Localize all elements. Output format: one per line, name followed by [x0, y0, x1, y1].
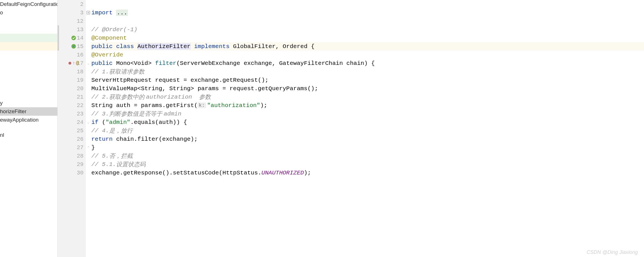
- project-tree[interactable]: DefaultFeignConfiguratio o y horizeFilte…: [0, 0, 58, 257]
- code-line[interactable]: public Mono<Void> filter(ServerWebExchan…: [91, 59, 644, 67]
- comment: 否，拦截: [109, 152, 133, 160]
- keyword: class: [116, 43, 137, 50]
- comment: admin: [164, 111, 181, 117]
- annotation: @Override: [91, 52, 123, 58]
- method-name: filter: [155, 60, 177, 67]
- code-text: GlobalFilter, Ordered {: [233, 43, 315, 50]
- line-number: 21: [73, 94, 83, 100]
- tree-label: horizeFilter: [0, 108, 26, 115]
- spring-component-icon[interactable]: [71, 44, 76, 49]
- line-number: 23: [73, 111, 83, 117]
- code-line[interactable]: // 5.否，拦截: [91, 152, 644, 160]
- code-line[interactable]: @Override: [91, 51, 644, 59]
- keyword: return: [91, 136, 116, 142]
- comment: 获取参数中的: [109, 93, 146, 101]
- tree-spacer: [0, 51, 57, 99]
- code-line[interactable]: // 4.是，放行: [91, 126, 644, 135]
- line-number: 20: [73, 85, 83, 92]
- comment: authorization: [146, 94, 199, 100]
- line-number: 22: [73, 102, 83, 109]
- fold-collapse-icon[interactable]: ⌄: [87, 61, 89, 65]
- comment: // 5.1.: [91, 161, 116, 168]
- tree-label: nl: [0, 132, 4, 138]
- keyword: import: [91, 10, 116, 16]
- tree-item[interactable]: o: [0, 8, 57, 17]
- code-line[interactable]: [91, 17, 644, 25]
- line-number: 2: [73, 1, 83, 8]
- comment: // 3.: [91, 111, 109, 117]
- line-number: 12: [73, 18, 83, 24]
- constant: UNAUTHORIZED: [261, 170, 304, 176]
- tree-spacer: [0, 124, 57, 131]
- line-number: 27: [73, 144, 83, 151]
- line-number: 19: [73, 77, 83, 83]
- comment: // @Order(-1): [91, 26, 137, 33]
- folded-imports[interactable]: ...: [116, 10, 128, 16]
- tree-label: y: [0, 100, 3, 106]
- code-line[interactable]: @Component: [91, 34, 644, 42]
- line-number: 16: [73, 52, 83, 58]
- tree-item[interactable]: ewayApplication: [0, 116, 57, 124]
- keyword: implements: [191, 43, 233, 50]
- code-line[interactable]: // @Order(-1): [91, 25, 644, 34]
- code-line[interactable]: }: [91, 143, 644, 152]
- comment: // 2.: [91, 94, 109, 100]
- spring-bean-icon[interactable]: [71, 35, 76, 41]
- line-number: 29: [73, 161, 83, 168]
- tree-label: ewayApplication: [0, 117, 39, 123]
- keyword: if: [91, 119, 102, 126]
- comment: 判断参数值是否等于: [109, 110, 164, 118]
- tree-item-changed[interactable]: [0, 42, 57, 51]
- tree-item[interactable]: nl: [0, 131, 57, 139]
- code-line[interactable]: [91, 0, 644, 8]
- comment: // 5.: [91, 153, 109, 159]
- line-number: 25: [73, 128, 83, 134]
- line-number: 3: [73, 10, 83, 16]
- code-line[interactable]: return chain.filter(exchange);: [91, 135, 644, 143]
- editor-gutter[interactable]: 2 3 12 13 14 15 16 17 I ↑ @ 18 19 20 21 …: [58, 0, 86, 257]
- fold-end-icon[interactable]: ⌃: [87, 145, 89, 150]
- comment: // 4.: [91, 128, 109, 134]
- parameter-hint: k:: [198, 103, 206, 108]
- code-editor[interactable]: import ... // @Order(-1) @Component publ…: [91, 0, 644, 257]
- code-line[interactable]: String auth = params.getFirst(k:"authori…: [91, 101, 644, 110]
- code-line[interactable]: // 5.1.设置状态码: [91, 160, 644, 169]
- code-text: exchange.getResponse().setStatusCode(Htt…: [91, 170, 261, 176]
- code-line-current[interactable]: public class AuthorizeFilter implements …: [91, 42, 644, 51]
- tree-item-selected[interactable]: horizeFilter: [0, 107, 57, 116]
- code-line[interactable]: import ...: [91, 8, 644, 17]
- code-line[interactable]: exchange.getResponse().setStatusCode(Htt…: [91, 169, 644, 177]
- fold-collapse-icon[interactable]: ⌄: [87, 120, 89, 124]
- tree-label: o: [0, 10, 3, 16]
- code-line[interactable]: // 1.获取请求参数: [91, 67, 644, 76]
- code-text: MultiValueMap<String, String> params = r…: [91, 85, 318, 92]
- code-text: chain.filter(exchange);: [116, 136, 198, 142]
- svg-point-2: [73, 46, 74, 47]
- line-number: 18: [73, 69, 83, 75]
- tree-item[interactable]: DefaultFeignConfiguratio: [0, 0, 57, 8]
- code-line[interactable]: ServerHttpRequest request = exchange.get…: [91, 76, 644, 84]
- tree-item-changed[interactable]: [0, 34, 57, 42]
- code-line[interactable]: MultiValueMap<String, String> params = r…: [91, 84, 644, 93]
- return-type: Mono<Void>: [116, 60, 155, 67]
- comment: 设置状态码: [116, 160, 146, 168]
- tree-item[interactable]: y: [0, 99, 57, 107]
- annotation: @Component: [91, 35, 127, 41]
- method-signature: (ServerWebExchange exchange, GatewayFilt…: [176, 60, 375, 67]
- keyword: public: [91, 43, 116, 50]
- tree-item: [0, 17, 57, 34]
- code-line[interactable]: // 2.获取参数中的 authorization 参数: [91, 93, 644, 101]
- fold-column[interactable]: ⌄ ⌄ ⌃: [86, 0, 91, 257]
- comment: 获取请求参数: [109, 68, 144, 76]
- comment: 是，放行: [109, 127, 133, 135]
- code-text: String auth = params.getFirst(: [91, 102, 198, 109]
- fold-expand-icon[interactable]: [87, 11, 90, 14]
- watermark: CSDN @Ding Jiaxiong: [587, 249, 638, 255]
- code-line[interactable]: // 3.判断参数值是否等于 admin: [91, 110, 644, 118]
- code-text: );: [260, 102, 267, 109]
- code-text: (: [102, 119, 106, 126]
- code-line[interactable]: if ("admin".equals(auth)) {: [91, 118, 644, 126]
- ide-layout: DefaultFeignConfiguratio o y horizeFilte…: [0, 0, 644, 257]
- override-icon[interactable]: I ↑ @: [68, 60, 79, 66]
- line-number: 30: [73, 170, 83, 176]
